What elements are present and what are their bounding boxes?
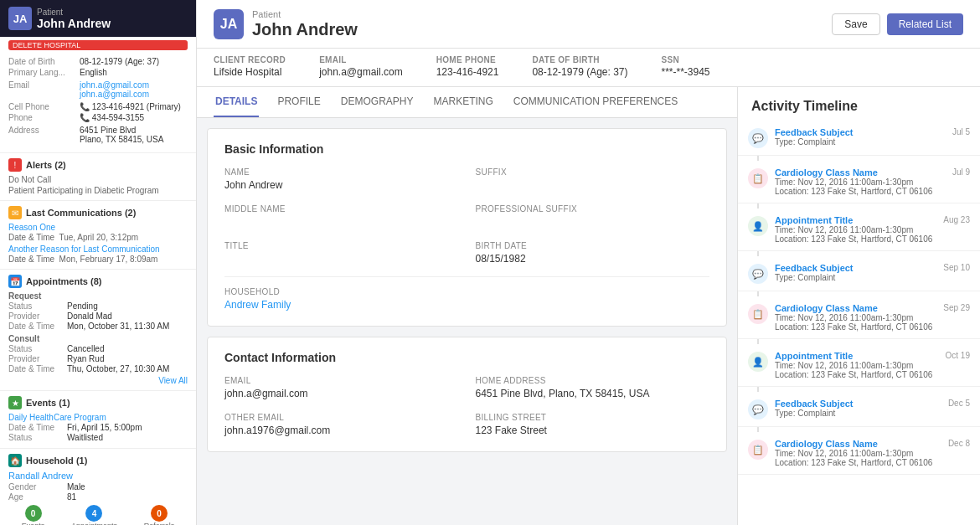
- timeline-item-title[interactable]: Feedback Subject: [775, 127, 946, 137]
- left-panel: DETAILS PROFILE DEMOGRAPHY MARKETING COM…: [197, 87, 737, 525]
- middle-name-label: Middle Name: [224, 204, 459, 214]
- appt1-dt-label: Date & Time: [8, 322, 67, 331]
- timeline-item-title[interactable]: Appointment Title: [775, 215, 936, 225]
- main-avatar: JA: [214, 9, 244, 39]
- household-icon: 🏠: [8, 454, 22, 467]
- tab-profile[interactable]: PROFILE: [276, 87, 322, 117]
- timeline-item-sub: Time: Nov 12, 2016 11:00am-1:30pmLocatio…: [775, 313, 936, 332]
- timeline-item-title[interactable]: Cardiology Class Name: [775, 439, 941, 449]
- appt2-type: Consult: [8, 334, 188, 343]
- address-label: Address: [8, 126, 80, 144]
- email-label-top: EMAIL: [319, 55, 403, 64]
- tab-demography[interactable]: DEMOGRAPHY: [339, 87, 415, 117]
- timeline-item-title[interactable]: Appointment Title: [775, 351, 939, 361]
- timeline-item-title[interactable]: Cardiology Class Name: [775, 167, 946, 178]
- household-person[interactable]: Randall Andrew: [8, 471, 188, 481]
- household-field: Household Andrew Family: [224, 287, 709, 312]
- delete-hospital-tag: DELETE HOSPITAL: [8, 40, 188, 50]
- middle-name-value: [224, 216, 459, 229]
- phone-label: Phone: [8, 113, 80, 122]
- birth-date-label: Birth Date: [476, 241, 710, 250]
- household-section: 🏠 Household (1) Randall Andrew Gender Ma…: [0, 449, 196, 525]
- timeline-item: 📋 Cardiology Class Name Time: Nov 12, 20…: [738, 296, 980, 339]
- lang-value: English: [80, 68, 107, 77]
- basic-info-title: Basic Information: [224, 142, 709, 156]
- referrals-stat-label: Referrals: [144, 522, 175, 525]
- main-header-buttons: Save Related List: [832, 13, 963, 35]
- sidebar-patient-name: John Andrew: [37, 17, 111, 30]
- sidebar-patient-label: Patient: [37, 8, 111, 17]
- other-email-label: Other Email: [224, 413, 459, 422]
- activity-timeline-header: Activity Timeline: [738, 87, 980, 121]
- comm-reason2[interactable]: Another Reason for Last Communication: [8, 244, 188, 254]
- class-icon: 📋: [748, 168, 768, 188]
- timeline-item-title[interactable]: Feedback Subject: [775, 399, 941, 409]
- email-field-top: EMAIL john.a@gmail.com: [319, 55, 403, 78]
- appointment-icon: 👤: [748, 352, 768, 372]
- client-record-value: Lifside Hospital: [214, 66, 286, 78]
- appt1-dt: Mon, October 31, 11:30 AM: [67, 322, 169, 331]
- gender-val: Male: [67, 482, 85, 492]
- email-value-top: john.a@gmail.com: [319, 66, 403, 78]
- patient-info-bar: CLIENT RECORD Lifside Hospital EMAIL joh…: [197, 49, 980, 87]
- cellphone-value: 📞 123-416-4921 (Primary): [80, 102, 181, 111]
- timeline-item-date: Sep 29: [943, 303, 970, 312]
- timeline-item-date: Aug 23: [943, 215, 970, 224]
- feedback-icon: 💬: [748, 128, 768, 148]
- main-header-info: Patient John Andrew: [252, 8, 358, 39]
- cellphone-label: Cell Phone: [8, 102, 80, 111]
- event1[interactable]: Daily HealthCare Program: [8, 413, 188, 422]
- appt2-provider: Ryan Rud: [67, 354, 104, 363]
- events-title: Events (1): [26, 398, 70, 408]
- timeline-item: 📋 Cardiology Class Name Time: Nov 12, 20…: [738, 432, 980, 475]
- event-dt-label: Date & Time: [8, 423, 67, 432]
- timeline-item-sub: Time: Nov 12, 2016 11:00am-1:30pmLocatio…: [775, 178, 946, 196]
- timeline-item: 💬 Feedback Subject Type: Complaint Dec 5: [738, 392, 980, 427]
- timeline-item-title[interactable]: Cardiology Class Name: [775, 303, 936, 313]
- professional-suffix-label: Professional Suffix: [476, 204, 710, 214]
- feedback-icon: 💬: [748, 264, 768, 284]
- comm-reason1[interactable]: Reason One: [8, 223, 188, 232]
- tab-marketing[interactable]: MARKETING: [432, 87, 495, 117]
- main-patient-label: Patient: [252, 9, 281, 19]
- household-label: Household: [224, 287, 709, 296]
- timeline-item: 👤 Appointment Title Time: Nov 12, 2016 1…: [738, 344, 980, 387]
- timeline-item-sub: Type: Complaint: [775, 409, 941, 418]
- phone-value: 📞 434-594-3155: [80, 113, 144, 122]
- timeline-item-date: Jul 5: [952, 127, 970, 136]
- dob-field-top: DATE OF BIRTH 08-12-1979 (Age: 37): [532, 55, 627, 78]
- event-status: Waitlisted: [67, 433, 103, 442]
- home-address-value: 6451 Pine Blvd, Plano, TX 58415, USA: [476, 388, 710, 401]
- appointments-view-all[interactable]: View All: [8, 376, 188, 385]
- timeline-item-sub: Time: Nov 12, 2016 11:00am-1:30pmLocatio…: [775, 225, 936, 244]
- related-list-button[interactable]: Related List: [887, 13, 963, 35]
- main-header-left: JA Patient John Andrew: [214, 8, 358, 39]
- dob-label-top: DATE OF BIRTH: [532, 55, 627, 64]
- last-communications-section: ✉ Last Communications (2) Reason One Dat…: [0, 201, 196, 270]
- appt2-status-label: Status: [8, 344, 67, 353]
- contact-email-field: Email john.a@gmail.com: [224, 376, 459, 401]
- contact-email-label: Email: [224, 376, 459, 385]
- tab-details[interactable]: DETAILS: [214, 87, 259, 117]
- name-field: Name John Andrew: [224, 167, 459, 193]
- email-link2[interactable]: john.a@gmail.com: [80, 90, 149, 99]
- content-area: DETAILS PROFILE DEMOGRAPHY MARKETING COM…: [197, 87, 980, 525]
- save-button[interactable]: Save: [832, 13, 879, 35]
- timeline-item-date: Dec 8: [948, 439, 970, 448]
- referrals-badge: 0: [151, 505, 168, 522]
- right-panel: Activity Timeline 💬 Feedback Subject Typ…: [737, 87, 980, 525]
- email-link1[interactable]: john.a@gmail.com: [80, 80, 149, 90]
- household-value: Andrew Family: [224, 299, 709, 312]
- timeline-item-title[interactable]: Feedback Subject: [775, 263, 936, 273]
- billing-street-label: Billing Street: [476, 413, 710, 422]
- timeline-item: 💬 Feedback Subject Type: Complaint Jul 5: [738, 121, 980, 156]
- comm-datetime2: Date & Time Mon, February 17, 8:09am: [8, 255, 188, 264]
- tab-communication-prefs[interactable]: COMMUNICATION PREFERENCES: [512, 87, 679, 117]
- timeline-item-sub: Type: Complaint: [775, 273, 936, 282]
- gender-label: Gender: [8, 482, 67, 492]
- timeline-item-date: Dec 5: [948, 399, 970, 408]
- birth-date-value: 08/15/1982: [476, 253, 710, 266]
- dob-label: Date of Birth: [8, 57, 80, 66]
- appointments-stat-label: Appointments: [71, 522, 117, 525]
- sidebar-avatar: JA: [8, 7, 32, 30]
